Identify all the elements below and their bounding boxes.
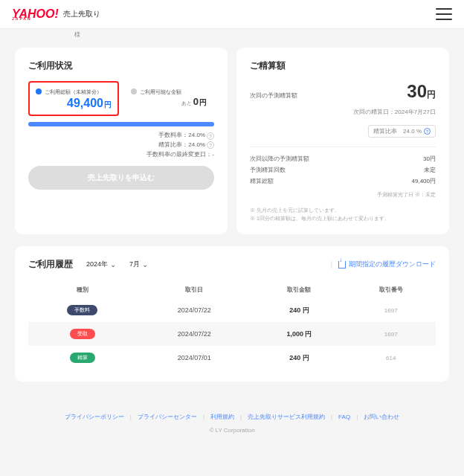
month-selector[interactable]: 7月 <box>129 260 148 269</box>
download-icon <box>338 261 346 268</box>
copyright: © LY Corporation <box>7 427 457 434</box>
settlement-row: 精算総額49,400円 <box>250 176 436 187</box>
history-card: ご利用履歴 2024年 7月 | 期間指定の履歴ダウンロード 種別 取引日 取引… <box>15 246 449 382</box>
footer-links: プライバシーポリシー|プライバシーセンター|利用規約|売上先取りサービス利用規約… <box>7 413 457 421</box>
row-amount: 240 円 <box>252 298 346 322</box>
row-date: 2024/07/22 <box>136 322 252 346</box>
table-row[interactable]: 手数料2024/07/22240 円1697 <box>28 298 436 322</box>
footer-link[interactable]: 売上先取りサービス利用規約 <box>248 414 325 420</box>
row-txid: 1697 <box>346 298 436 322</box>
help-icon: ? <box>424 128 431 135</box>
row-date: 2024/07/01 <box>136 346 252 370</box>
footer-link[interactable]: プライバシーポリシー <box>65 414 124 420</box>
settlement-amount: 30円 <box>407 81 436 102</box>
row-date: 2024/07/22 <box>136 298 252 322</box>
greeting-suffix: 様 <box>74 30 464 39</box>
logo-block[interactable]: YAHOO! JAPAN 売上先取り <box>12 8 100 21</box>
settlement-card: ご精算額 次回の予測精算額 30円 次回の精算日：2024年7月27日 精算比率… <box>236 48 449 234</box>
service-name: 売上先取り <box>63 9 100 19</box>
usage-option-total[interactable]: ご利用総額（未精算分） 49,400円 <box>28 81 119 116</box>
footer-link[interactable]: お問い合わせ <box>364 414 399 420</box>
usage-progress <box>28 122 214 126</box>
history-table: 種別 取引日 取引金額 取引番号 手数料2024/07/22240 円1697受… <box>28 281 436 370</box>
menu-icon[interactable] <box>436 4 452 24</box>
header-bar: YAHOO! JAPAN 売上先取り <box>0 0 464 29</box>
row-amount: 240 円 <box>252 346 346 370</box>
help-icon[interactable]: ? <box>207 132 214 140</box>
row-tag: 手数料 <box>67 305 97 315</box>
table-row[interactable]: 精算2024/07/01240 円614 <box>28 346 436 370</box>
usage-option-available[interactable]: ご利用可能な金額 あと 0円 <box>123 81 214 116</box>
usage-card: ご利用状況 ご利用総額（未精算分） 49,400円 ご利用可能な金額 あと 0円… <box>15 48 228 234</box>
footer-link[interactable]: プライバシーセンター <box>138 414 197 420</box>
settlement-complete-note: 予測精算完了日 ※：未定 <box>250 190 436 199</box>
settlement-title: ご精算額 <box>250 60 436 72</box>
settlement-date: 次回の精算日：2024年7月27日 <box>353 108 436 116</box>
settlement-next-label: 次回の予測精算額 <box>250 91 297 100</box>
row-amount: 1,000 円 <box>252 322 346 346</box>
settlement-footnotes: ※ 先月の売上を元に試算しています。※ 1回分の精算額は、毎月の売上額にあわせて… <box>250 206 436 222</box>
footer-link[interactable]: FAQ <box>338 414 350 420</box>
footer: プライバシーポリシー|プライバシーセンター|利用規約|売上先取りサービス利用規約… <box>0 392 464 440</box>
row-txid: 614 <box>346 346 436 370</box>
row-txid: 1697 <box>346 322 436 346</box>
settlement-rate-pill[interactable]: 精算比率 24.0 % ? <box>368 125 436 138</box>
settlement-row: 予測精算回数未定 <box>250 164 436 176</box>
table-row[interactable]: 受取2024/07/221,000 円1697 <box>28 322 436 346</box>
usage-title: ご利用状況 <box>28 60 214 72</box>
row-tag: 精算 <box>70 353 95 363</box>
history-title: ご利用履歴 <box>28 258 73 271</box>
footer-link[interactable]: 利用規約 <box>210 414 234 420</box>
row-tag: 受取 <box>70 329 95 339</box>
year-selector[interactable]: 2024年 <box>86 260 116 269</box>
settlement-row: 次回以降の予測精算額30円 <box>250 153 436 164</box>
yahoo-logo: YAHOO! JAPAN <box>12 8 59 21</box>
help-icon[interactable]: ? <box>207 141 214 149</box>
download-link[interactable]: 期間指定の履歴ダウンロード <box>338 260 436 269</box>
radio-off-icon <box>131 89 137 94</box>
radio-on-icon <box>36 89 42 94</box>
apply-button[interactable]: 売上先取りを申込む <box>28 166 214 190</box>
